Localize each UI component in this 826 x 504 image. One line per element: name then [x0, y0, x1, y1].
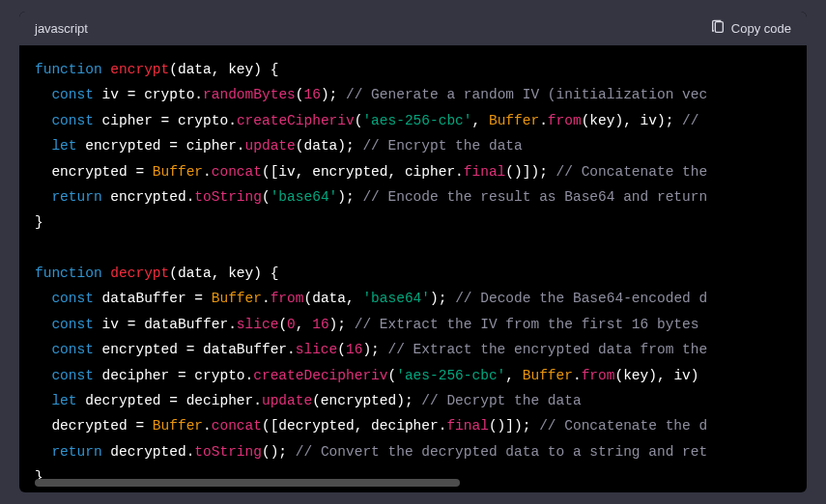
code-header: javascript Copy code — [19, 12, 807, 45]
copy-code-button[interactable]: Copy code — [710, 19, 791, 38]
clipboard-icon — [710, 19, 726, 38]
code-body: function encrypt(data, key) { const iv =… — [19, 45, 807, 492]
code-content[interactable]: function encrypt(data, key) { const iv =… — [19, 45, 807, 492]
horizontal-scrollbar[interactable] — [35, 479, 460, 487]
language-label: javascript — [35, 21, 88, 36]
svg-rect-0 — [715, 22, 723, 33]
code-block: javascript Copy code function encrypt(da… — [19, 12, 807, 492]
copy-code-label: Copy code — [731, 21, 791, 36]
